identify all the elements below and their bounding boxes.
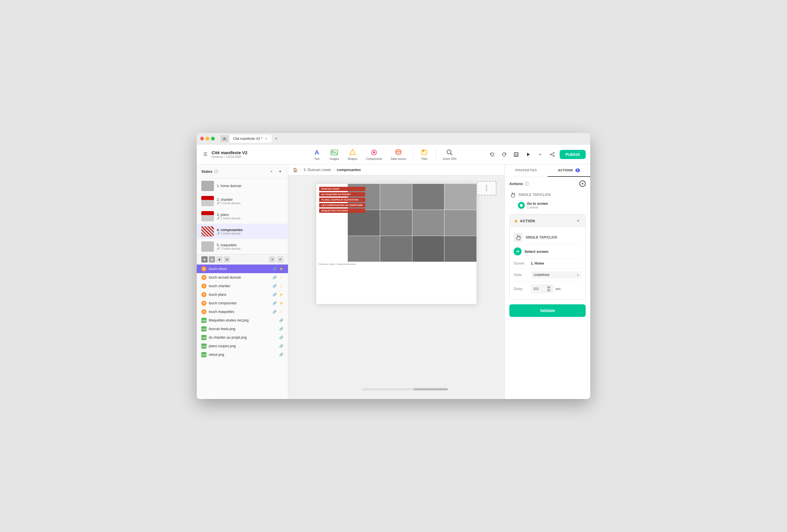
maximize-button[interactable]	[211, 137, 215, 141]
state-name-1: 1. home duncan	[217, 184, 283, 188]
close-button[interactable]	[200, 137, 204, 141]
minimize-button[interactable]	[206, 137, 209, 141]
layer-item-touch-retour[interactable]: ☀ touch retour 🔗 ⚡	[197, 264, 288, 273]
layer-menu-button[interactable]: ▾	[277, 256, 283, 262]
link-icon-4: 🔗	[273, 293, 277, 297]
files-tool-icon	[420, 148, 429, 157]
toolbar: ☰ Cité manifeste V2 Desktop / 1920x1080 …	[197, 145, 590, 165]
toolbar-tools: A Text Images Shapes Components	[281, 146, 488, 162]
layer-tool-rect2[interactable]: ■	[209, 256, 215, 262]
link-icon-6: 🔗	[273, 310, 277, 314]
canvas-content[interactable]: DUNCAN LEWIS DU CHANTIER AU PROJET PLANS…	[288, 175, 505, 399]
publish-button[interactable]: Publish	[560, 150, 586, 159]
project-info: Cité manifeste V2 Desktop / 1920x1080	[212, 150, 247, 158]
state-field-select[interactable]: Undefined ▾	[531, 272, 581, 278]
layer-item-touch-accueil[interactable]: ☀ touch accueil duncan 🔗 ⚡	[197, 273, 288, 282]
share-button[interactable]	[548, 150, 557, 159]
validate-button[interactable]: Validate	[509, 304, 586, 317]
svg-marker-3	[349, 149, 356, 155]
project-tab[interactable]: Cité manifeste V2 * ✕	[230, 135, 272, 143]
zoom-tool-label: Zoom 33%	[443, 157, 456, 161]
save-button[interactable]	[512, 150, 521, 159]
tool-data-source[interactable]: Data source	[387, 146, 410, 162]
svg-point-17	[550, 154, 551, 155]
canvas-scrollbar[interactable]	[362, 388, 431, 390]
state-field-label: State	[514, 273, 531, 277]
play-dropdown-button[interactable]	[536, 150, 545, 159]
tap-hand-icon	[509, 191, 516, 198]
delay-field-label: Delay	[514, 287, 531, 291]
layer-item-touch-composantes[interactable]: ☀ touch composntes 🔗 ⚡	[197, 299, 288, 307]
delay-input-group: 0.0 ▲ ▼ sec.	[531, 284, 562, 293]
states-menu-button[interactable]: ▾	[277, 168, 283, 175]
state-item-2[interactable]: 2. chantier 🔗 1 home duncan	[197, 194, 288, 209]
home-tab-button[interactable]	[220, 135, 229, 142]
tool-files[interactable]: Files	[416, 146, 433, 162]
layer-item-touch-maquettes[interactable]: ☀ touch maquettes 🔗 ⚡	[197, 307, 288, 316]
goto-sub: 1 Home	[527, 206, 548, 209]
layer-item-touch-chantier[interactable]: ☀ touch chantier 🔗 ⚡	[197, 282, 288, 290]
state-item-3[interactable]: 3. plans 🔗 1 home duncan	[197, 209, 288, 224]
state-parent-2: 🔗 1 home duncan	[217, 201, 283, 205]
states-list: 1. home duncan 2. chantier 🔗 1 home dunc…	[197, 178, 288, 254]
layer-item-maquettes-img[interactable]: img Maquettes etudes red.png 🔗	[197, 316, 288, 325]
layer-item-duncan-img[interactable]: img duncan lewis.png 🔗	[197, 325, 288, 333]
delay-down-button[interactable]: ▼	[547, 289, 551, 292]
menu-button[interactable]: ☰	[201, 150, 209, 158]
delay-input[interactable]: 0.0 ▲ ▼	[531, 284, 554, 293]
delay-up-button[interactable]: ▲	[547, 286, 551, 289]
state-item-1[interactable]: 1. home duncan	[197, 178, 288, 194]
tool-components[interactable]: Components	[362, 146, 386, 162]
shapes-tool-label: Shapes	[348, 157, 358, 161]
layer-tool-copy[interactable]: ⊞	[224, 256, 230, 262]
menu-btn-maquettes: MAQUETTES D'ÉTUDES	[319, 209, 365, 213]
action-popup-close-button[interactable]: ✕	[575, 218, 581, 224]
link-icon-7: 🔗	[279, 318, 283, 322]
layer-delete-button[interactable]: ✕	[269, 256, 275, 262]
layer-tool-rect3[interactable]: ■	[216, 256, 222, 262]
traffic-lights	[200, 137, 215, 141]
text-tool-label: Text	[314, 157, 319, 161]
breadcrumb-parent[interactable]: 3. Duncan Lewis	[303, 168, 331, 172]
layer-tool-rect[interactable]: ■	[201, 256, 208, 262]
left-sidebar: States i + ▾ 1. home duncan	[197, 165, 288, 399]
delay-spinners: ▲ ▼	[547, 286, 551, 292]
tool-images[interactable]: Images	[326, 146, 343, 162]
tool-shapes[interactable]: Shapes	[344, 146, 361, 162]
actions-title: Actions i	[509, 182, 529, 186]
state-item-5[interactable]: 5. maquettes 🔗 1 home duncan	[197, 239, 288, 254]
layer-item-retour-img[interactable]: img retour.png 🔗	[197, 350, 288, 359]
link-icon-8: 🔗	[279, 327, 283, 331]
action-tap-label: SINGLE TAP/CLICK	[526, 235, 557, 239]
actions-info-icon[interactable]: i	[525, 182, 529, 186]
toolbar-divider	[413, 149, 413, 160]
layer-item-chantier-img[interactable]: img du chantier au projet.png 🔗	[197, 333, 288, 342]
states-info-icon[interactable]: i	[214, 169, 218, 173]
layers-list: ☀ touch retour 🔗 ⚡ ☀ touch accueil dunca…	[197, 264, 288, 399]
add-action-button[interactable]: +	[579, 180, 586, 187]
svg-rect-8	[423, 150, 425, 151]
add-state-button[interactable]: +	[268, 168, 275, 175]
tool-zoom[interactable]: Zoom 33%	[439, 146, 461, 162]
tool-text[interactable]: A Text	[309, 146, 325, 162]
tab-properties[interactable]: PROPERTIES	[505, 165, 548, 177]
state-name-4: 4. composantes	[217, 228, 283, 232]
state-info-5: 5. maquettes 🔗 1 home duncan	[217, 243, 283, 250]
menu-btn-chantier: DU CHANTIER AU PROJET	[319, 192, 365, 196]
tab-actions[interactable]: ACTIONS 1	[548, 165, 591, 177]
touch-icon-6: ☀	[201, 309, 207, 314]
play-button[interactable]	[524, 150, 533, 159]
state-item-4[interactable]: 4. composantes 🔗 1 home duncan	[197, 224, 288, 239]
layer-item-plans-img[interactable]: img plans coupes.png 🔗	[197, 342, 288, 350]
touch-icon: ☀	[201, 266, 207, 272]
action-popup-header: ACTION ✕	[510, 215, 586, 227]
undo-button[interactable]	[488, 150, 497, 159]
layer-item-touch-plans[interactable]: ☀ touch plans 🔗 ⚡	[197, 290, 288, 299]
redo-button[interactable]	[499, 150, 509, 159]
tab-close-button[interactable]: ✕	[264, 137, 268, 141]
svg-point-5	[396, 150, 401, 152]
add-tab-button[interactable]: +	[273, 135, 280, 142]
layer-tools: ■ ■ ■ ⊞	[201, 256, 230, 262]
breadcrumb-home-icon[interactable]: 🏠	[293, 168, 298, 172]
state-select-arrow: ▾	[577, 273, 578, 277]
